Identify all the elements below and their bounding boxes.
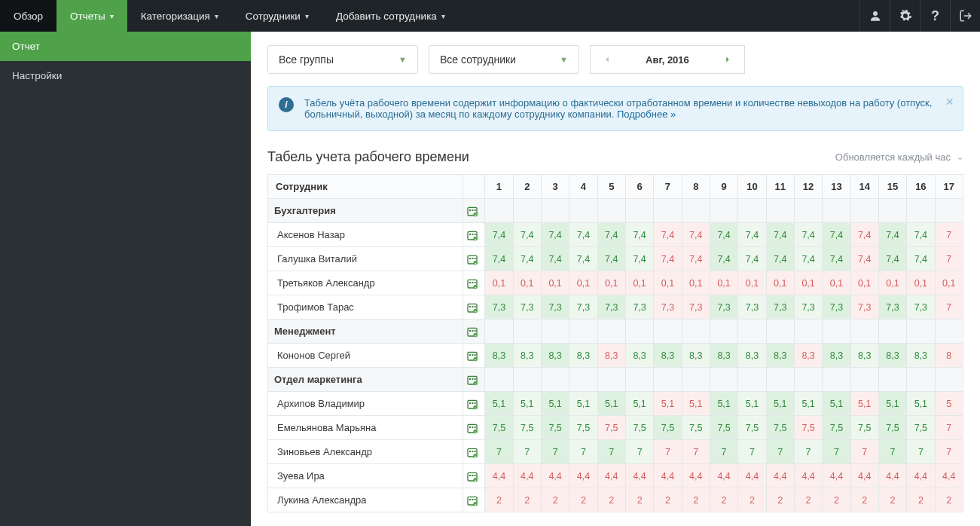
chevron-down-icon: ▾ — [441, 12, 445, 20]
hours-cell: 4,4 — [513, 464, 541, 488]
col-day: 12 — [794, 175, 822, 199]
hours-cell: 8,3 — [569, 344, 597, 368]
svg-rect-26 — [469, 306, 471, 307]
hours-cell: 7,4 — [823, 247, 850, 271]
gear-icon[interactable] — [890, 0, 920, 32]
calendar-icon[interactable]: + — [463, 199, 485, 223]
nav-add-employee[interactable]: Добавить сотрудника▾ — [322, 0, 459, 32]
hours-cell: 7,5 — [823, 416, 850, 440]
hours-cell: 4,4 — [485, 464, 513, 488]
hours-cell: 2 — [541, 488, 569, 512]
hours-cell: 2 — [682, 488, 710, 512]
svg-rect-50 — [469, 402, 471, 404]
svg-rect-22 — [475, 282, 476, 283]
calendar-icon[interactable]: + — [463, 368, 485, 392]
calendar-icon[interactable]: + — [463, 295, 485, 320]
chevron-down-icon: ▾ — [110, 12, 114, 20]
hours-cell: 7,5 — [513, 416, 541, 440]
hours-cell: 8,3 — [597, 344, 625, 368]
col-day: 15 — [878, 175, 906, 199]
user-icon[interactable] — [859, 0, 890, 32]
employee-name: Кононов Сергей — [268, 344, 463, 368]
calendar-icon[interactable]: + — [463, 488, 485, 512]
col-day: 10 — [738, 175, 766, 199]
hours-cell: 2 — [654, 488, 682, 512]
hours-cell: 4,4 — [823, 464, 850, 488]
filter-employees[interactable]: Все сотрудники▼ — [429, 45, 579, 74]
prev-month-button[interactable] — [590, 45, 623, 74]
svg-rect-20 — [469, 282, 471, 283]
svg-rect-16 — [475, 258, 476, 259]
sidebar-item-settings[interactable]: Настройки — [0, 61, 251, 90]
table-row: Зуева Ира+4,44,44,44,44,44,44,44,44,44,4… — [268, 464, 963, 488]
hours-cell: 7,5 — [682, 416, 710, 440]
hours-cell: 7,5 — [710, 416, 737, 440]
svg-rect-15 — [472, 258, 474, 259]
panel-meta[interactable]: Обновляется каждый час⌄ — [835, 151, 963, 163]
calendar-icon[interactable]: + — [463, 320, 485, 344]
svg-rect-44 — [469, 378, 471, 380]
hours-cell: 7,5 — [907, 416, 935, 440]
filter-employees-label: Все сотрудники — [440, 54, 516, 66]
hours-cell: 4,4 — [597, 464, 625, 488]
close-icon[interactable]: × — [945, 94, 954, 110]
hours-cell: 2 — [569, 488, 597, 512]
table-group-row: Менеджмент+ — [268, 320, 963, 344]
calendar-icon[interactable]: + — [463, 440, 485, 464]
nav-employees[interactable]: Сотрудники▾ — [232, 0, 322, 32]
hours-cell: 7 — [907, 440, 935, 464]
calendar-icon[interactable]: + — [463, 392, 485, 416]
logout-icon[interactable] — [950, 0, 980, 32]
hours-cell: 0,1 — [625, 271, 653, 295]
table-row: Лукина Александра+22222222222222222 — [268, 488, 963, 512]
nav-category[interactable]: Категоризация▾ — [127, 0, 232, 32]
group-name: Отдел маркетинга — [268, 368, 463, 392]
nav-overview[interactable]: Обзор — [0, 0, 56, 32]
hours-cell: 5,1 — [541, 392, 569, 416]
hours-cell: 5,1 — [682, 392, 710, 416]
hours-cell: 8,3 — [794, 344, 822, 368]
svg-text:+: + — [475, 261, 477, 265]
sidebar-item-report[interactable]: Отчет — [0, 32, 251, 61]
hours-cell: 8,3 — [485, 344, 513, 368]
timesheet-table: Сотрудник1234567891011121314151617 Бухга… — [267, 174, 963, 512]
hours-cell: 7 — [485, 440, 513, 464]
col-day: 8 — [682, 175, 710, 199]
svg-rect-70 — [475, 475, 476, 476]
nav-reports[interactable]: Отчеты▾ — [56, 0, 127, 32]
hours-cell: 2 — [766, 488, 794, 512]
employee-name: Зиновьев Александр — [268, 440, 463, 464]
employee-name: Зуева Ира — [268, 464, 463, 488]
hours-cell: 7,4 — [794, 247, 822, 271]
table-group-row: Бухгалтерия+ — [268, 199, 963, 223]
help-icon[interactable]: ? — [920, 0, 950, 32]
hours-cell: 7,4 — [513, 223, 541, 247]
svg-rect-4 — [475, 209, 476, 211]
hours-cell: 0,1 — [850, 271, 878, 295]
hours-cell: 7,4 — [654, 223, 682, 247]
calendar-icon[interactable]: + — [463, 344, 485, 368]
next-month-button[interactable] — [712, 45, 745, 74]
hours-cell: 7 — [935, 223, 963, 247]
hours-cell: 2 — [513, 488, 541, 512]
calendar-icon[interactable]: + — [463, 223, 485, 247]
hours-cell: 7 — [654, 440, 682, 464]
calendar-icon[interactable]: + — [463, 271, 485, 295]
calendar-icon[interactable]: + — [463, 247, 485, 271]
filter-groups[interactable]: Все группы▼ — [267, 45, 418, 74]
hours-cell: 0,1 — [513, 271, 541, 295]
alert-text: Табель учёта рабочего времени содержит и… — [304, 97, 933, 120]
hours-cell: 7,4 — [541, 247, 569, 271]
svg-rect-45 — [472, 378, 474, 380]
hours-cell: 8,3 — [513, 344, 541, 368]
hours-cell: 7,3 — [485, 295, 513, 320]
alert-link[interactable]: Подробнее » — [617, 109, 676, 120]
hours-cell: 7,5 — [654, 416, 682, 440]
svg-rect-38 — [469, 354, 471, 356]
calendar-icon[interactable]: + — [463, 416, 485, 440]
hours-cell: 7,4 — [907, 223, 935, 247]
hours-cell: 7,5 — [569, 416, 597, 440]
calendar-icon[interactable]: + — [463, 464, 485, 488]
current-month[interactable]: Авг, 2016 — [623, 45, 712, 74]
svg-rect-57 — [472, 427, 474, 428]
